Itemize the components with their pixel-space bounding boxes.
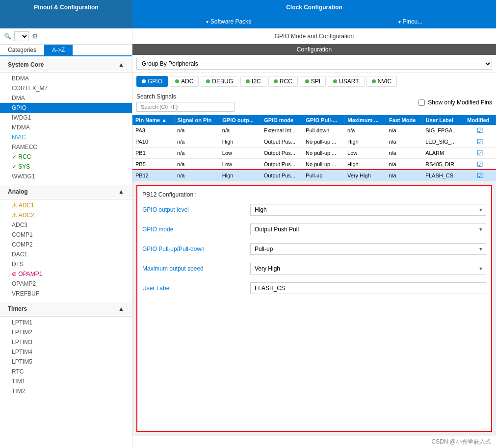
- sidebar-item-adc3[interactable]: ADC3: [0, 220, 132, 230]
- col-maximum[interactable]: Maximum ...: [344, 115, 386, 125]
- sidebar-item-nvic[interactable]: NVIC: [0, 132, 132, 142]
- cell-pull: No pull-up ...: [303, 136, 344, 148]
- tab-usart[interactable]: USART: [328, 76, 364, 87]
- sidebar-item-vrefbuf[interactable]: VREFBUF: [0, 289, 132, 299]
- software-packs-btn[interactable]: ▾ Software Packs: [206, 18, 251, 25]
- col-gpio-outp[interactable]: GPIO outp...: [219, 115, 261, 125]
- cell-modified: ☑: [464, 170, 496, 181]
- modified-pins-checkbox[interactable]: [418, 100, 425, 106]
- sidebar-item-dts[interactable]: DTS: [0, 259, 132, 269]
- gpio-output-level-wrapper: High Low ▾: [250, 204, 486, 216]
- pinout-btn[interactable]: ▾ Pinou...: [398, 18, 423, 25]
- sub-left: [0, 15, 132, 28]
- cell-mode: Output Pus...: [261, 148, 303, 159]
- sidebar-item-dac1[interactable]: DAC1: [0, 249, 132, 259]
- timers-header[interactable]: Timers ▲: [0, 302, 132, 315]
- gpio-output-level-row: GPIO output level High Low ▾: [142, 204, 486, 216]
- gpio-mode-select[interactable]: Output Push Pull: [250, 224, 486, 235]
- sidebar-item-sys[interactable]: ✓ SYS: [0, 162, 132, 172]
- tab-az[interactable]: A->Z: [44, 45, 73, 55]
- table-row[interactable]: PB5 n/a Low Output Pus... No pull-up ...…: [132, 159, 496, 170]
- table-row[interactable]: PA10 n/a High Output Pus... No pull-up .…: [132, 136, 496, 148]
- cell-outp: Low: [219, 148, 261, 159]
- sidebar-item-comp1[interactable]: COMP1: [0, 230, 132, 240]
- max-speed-wrapper: Very High High Medium Low ▾: [250, 263, 486, 274]
- cell-pin: PA10: [132, 136, 174, 148]
- col-fast-mode[interactable]: Fast Mode: [386, 115, 422, 125]
- cell-fast: n/a: [386, 125, 422, 136]
- user-label-input[interactable]: [250, 282, 486, 294]
- tab-nvic[interactable]: NVIC: [366, 76, 397, 87]
- sidebar-item-tim1[interactable]: TIM1: [0, 376, 132, 386]
- tab-debug[interactable]: DEBUG: [201, 76, 238, 87]
- sidebar-item-ramecc[interactable]: RAMECC: [0, 142, 132, 152]
- sidebar-item-lptim4[interactable]: LPTIM4: [0, 347, 132, 357]
- tab-rcc[interactable]: RCC: [268, 76, 298, 87]
- collapse-icon: ▲: [118, 61, 124, 68]
- tab-categories[interactable]: Categories: [0, 45, 44, 55]
- tab-gpio[interactable]: GPIO: [136, 76, 168, 87]
- table-row[interactable]: PA3 n/a n/a External Int... Pull-down n/…: [132, 125, 496, 136]
- sidebar-item-opamp1[interactable]: OPAMP1: [0, 269, 132, 279]
- modified-pins-label: Show only Modified Pins: [428, 99, 492, 106]
- gpio-pull-select[interactable]: Pull-up Pull-down No pull-up/down: [250, 243, 486, 255]
- sidebar-item-opamp2[interactable]: OPAMP2: [0, 279, 132, 289]
- system-core-header[interactable]: System Core ▲: [0, 58, 132, 71]
- cell-modified: ☑: [464, 148, 496, 159]
- sidebar-item-tim2[interactable]: TIM2: [0, 386, 132, 396]
- tab-adc[interactable]: ADC: [170, 76, 199, 87]
- user-label-row: User Label: [142, 282, 486, 294]
- sidebar-item-lptim1[interactable]: LPTIM1: [0, 318, 132, 327]
- tab-dot-nvic: [372, 79, 376, 83]
- group-by-select[interactable]: Group By Peripherals: [136, 58, 492, 70]
- tab-spi[interactable]: SPI: [300, 76, 326, 87]
- tabs-row: GPIO ADC DEBUG I2C RCC: [132, 73, 496, 90]
- sidebar-item-adc1[interactable]: ADC1: [0, 200, 132, 210]
- search-input[interactable]: [136, 102, 235, 112]
- col-modified[interactable]: Modified: [464, 115, 496, 125]
- table-row[interactable]: PB1 n/a Low Output Pus... No pull-up ...…: [132, 148, 496, 159]
- sidebar-item-lptim2[interactable]: LPTIM2: [0, 327, 132, 337]
- col-gpio-mode[interactable]: GPIO mode: [261, 115, 303, 125]
- gpio-pull-wrapper: Pull-up Pull-down No pull-up/down ▾: [250, 243, 486, 255]
- cell-outp: High: [219, 136, 261, 148]
- sidebar-item-adc2[interactable]: ADC2: [0, 210, 132, 220]
- max-speed-select[interactable]: Very High High Medium Low: [250, 263, 486, 274]
- sidebar-item-bdma[interactable]: BDMA: [0, 74, 132, 83]
- sidebar-search-row: 🔍 ⚙: [0, 28, 132, 45]
- gear-icon[interactable]: ⚙: [32, 32, 38, 40]
- col-gpio-pull[interactable]: GPIO Pull-...: [303, 115, 344, 125]
- tab-dot-gpio: [142, 79, 146, 83]
- sidebar-item-rtc[interactable]: RTC: [0, 367, 132, 376]
- sidebar-item-mdma[interactable]: MDMA: [0, 123, 132, 132]
- main-content: GPIO Mode and Configuration Configuratio…: [132, 28, 496, 448]
- config-bar: Configuration: [132, 44, 496, 55]
- col-signal[interactable]: Signal on Pin: [174, 115, 219, 125]
- cell-pin: PB1: [132, 148, 174, 159]
- sidebar-item-gpio[interactable]: GPIO: [0, 103, 132, 113]
- sidebar-item-iwdg1[interactable]: IWDG1: [0, 113, 132, 123]
- cell-label: ALARM: [422, 148, 464, 159]
- table-row-pb12[interactable]: PB12 n/a High Output Pus... Pull-up Very…: [132, 170, 496, 181]
- analog-header[interactable]: Analog ▲: [0, 185, 132, 198]
- sidebar-item-dma[interactable]: DMA: [0, 93, 132, 103]
- search-icon: 🔍: [4, 33, 11, 40]
- tab-i2c[interactable]: I2C: [240, 76, 266, 87]
- sidebar-item-comp2[interactable]: COMP2: [0, 240, 132, 249]
- gpio-output-level-select[interactable]: High Low: [250, 204, 486, 216]
- cell-max: High: [344, 159, 386, 170]
- col-user-label[interactable]: User Label: [422, 115, 464, 125]
- sidebar-item-lptim5[interactable]: LPTIM5: [0, 357, 132, 367]
- watermark: CSDN @小光学嵌入式: [132, 436, 496, 448]
- col-pin-name[interactable]: Pin Name ▲: [132, 115, 174, 125]
- pinout-header: Pinout & Configuration: [0, 0, 132, 15]
- sidebar-item-wwdg1[interactable]: WWDG1: [0, 172, 132, 181]
- system-core-section: System Core ▲ BDMA CORTEX_M7 DMA GPIO IW…: [0, 56, 132, 183]
- sidebar: 🔍 ⚙ Categories A->Z System Core ▲ BDMA C…: [0, 28, 132, 448]
- search-dropdown[interactable]: [14, 31, 29, 41]
- cell-modified: ☑: [464, 125, 496, 136]
- cell-outp: Low: [219, 159, 261, 170]
- sidebar-item-cortex[interactable]: CORTEX_M7: [0, 83, 132, 93]
- sidebar-item-lptim3[interactable]: LPTIM3: [0, 337, 132, 347]
- sidebar-item-rcc[interactable]: ✓ RCC: [0, 152, 132, 162]
